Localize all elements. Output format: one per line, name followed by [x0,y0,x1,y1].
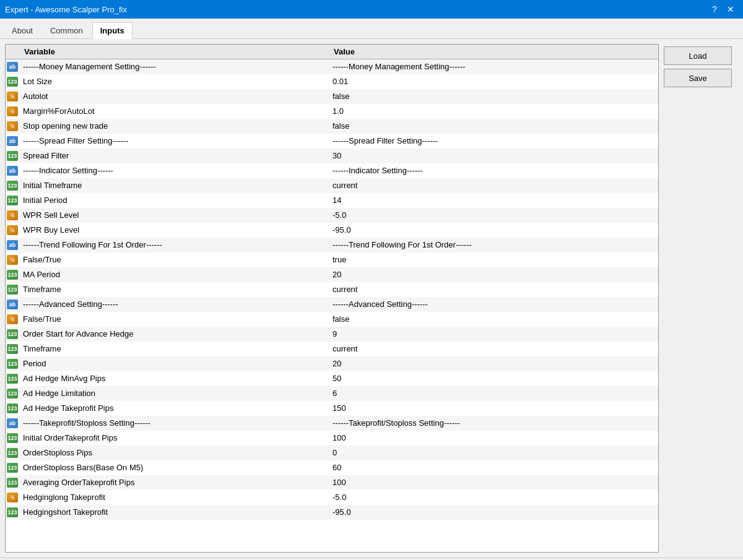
row-value[interactable]: 100 [329,431,658,446]
table-row[interactable]: ½False/Truetrue [6,252,658,267]
row-icon: ½ [6,89,19,104]
row-value[interactable]: current [329,282,658,297]
row-value[interactable]: 6 [329,386,658,401]
table-row[interactable]: ½Autolotfalse [6,89,658,104]
row-icon: 123 [6,446,19,460]
row-value[interactable]: ------Advanced Setting------ [329,297,658,312]
table-row[interactable]: ½False/Truefalse [6,312,658,327]
table-row[interactable]: ab------Spread Filter Setting-----------… [6,134,658,149]
row-value[interactable]: 150 [329,401,658,416]
row-value[interactable]: 0 [329,446,658,460]
row-variable: Period [19,356,329,371]
row-value[interactable]: true [329,252,658,267]
window-title: Expert - Awesome Scalper Pro_fix [5,5,127,14]
table-row[interactable]: ab------Trend Following For 1st Order---… [6,238,658,252]
table-row[interactable]: ab------Takeprofit/Stoploss Setting-----… [6,416,658,431]
table-row[interactable]: 123Lot Size0.01 [6,74,658,89]
row-value[interactable]: 60 [329,460,658,475]
row-icon: 123 [6,267,19,282]
row-value[interactable]: false [329,312,658,327]
table-row[interactable]: ab------Advanced Setting------------Adva… [6,297,658,312]
row-icon: 123 [6,460,19,475]
row-value[interactable]: -95.0 [329,223,658,238]
row-value[interactable]: 20 [329,356,658,371]
row-variable: Hedgingshort Takeprofit [19,505,329,520]
title-bar: Expert - Awesome Scalper Pro_fix ? ✕ [0,0,743,19]
row-value[interactable]: current [329,342,658,356]
row-variable: False/True [19,312,329,327]
tab-inputs[interactable]: Inputs [92,22,133,39]
row-icon: 123 [6,193,19,208]
row-value[interactable]: false [329,89,658,104]
row-value[interactable]: false [329,119,658,134]
table-row[interactable]: 123Ad Hedge MinAvg Pips50 [6,371,658,386]
row-icon: 123 [6,401,19,416]
row-value[interactable]: 0.01 [329,74,658,89]
table-row[interactable]: 123Hedgingshort Takeprofit-95.0 [6,505,658,520]
row-icon: 123 [6,282,19,297]
row-icon: 123 [6,342,19,356]
row-value[interactable]: 50 [329,371,658,386]
table-row[interactable]: 123OrderStoploss Pips0 [6,446,658,460]
tab-common[interactable]: Common [42,22,91,38]
row-value[interactable]: 100 [329,475,658,490]
row-value[interactable]: 9 [329,327,658,342]
col-value: Value [329,45,658,59]
table-row[interactable]: 123MA Period20 [6,267,658,282]
row-icon: 123 [6,371,19,386]
row-icon: ab [6,163,19,178]
table-row[interactable]: 123Ad Hedge Limitation6 [6,386,658,401]
table-row[interactable]: ½WPR Buy Level-95.0 [6,223,658,238]
table-row[interactable]: ab------Money Management Setting--------… [6,59,658,74]
footer: OK Cancel Reset [0,558,743,560]
row-value[interactable]: ------Indicator Setting------ [329,163,658,178]
row-variable: ------Takeprofit/Stoploss Setting------ [19,416,329,431]
table-row[interactable]: 123Initial Period14 [6,193,658,208]
row-value[interactable]: 20 [329,267,658,282]
help-button[interactable]: ? [707,2,722,17]
table-row[interactable]: 123Order Start for Advance Hedge9 [6,327,658,342]
row-value[interactable]: 14 [329,193,658,208]
row-value[interactable]: -95.0 [329,505,658,520]
row-value[interactable]: ------Trend Following For 1st Order-----… [329,238,658,252]
save-button[interactable]: Save [664,69,732,87]
row-variable: ------Money Management Setting------ [19,59,329,74]
table-row[interactable]: ½Stop opening new tradefalse [6,119,658,134]
table-row[interactable]: ½WPR Sell Level-5.0 [6,208,658,223]
table-container[interactable]: Variable Value ab------Money Management … [5,44,659,553]
row-variable: Initial Timeframe [19,178,329,193]
row-value[interactable]: 30 [329,149,658,163]
row-variable: False/True [19,252,329,267]
row-value[interactable]: -5.0 [329,208,658,223]
table-row[interactable]: 123Timeframecurrent [6,342,658,356]
row-variable: ------Indicator Setting------ [19,163,329,178]
table-row[interactable]: 123Averaging OrderTakeprofit Pips100 [6,475,658,490]
row-value[interactable]: current [329,178,658,193]
row-value[interactable]: 1.0 [329,104,658,119]
table-row[interactable]: 123Period20 [6,356,658,371]
table-row[interactable]: ½Margin%ForAutoLot1.0 [6,104,658,119]
close-button[interactable]: ✕ [723,2,738,17]
row-icon: ½ [6,223,19,238]
table-row[interactable]: 123Initial OrderTakeprofit Pips100 [6,431,658,446]
row-icon: 123 [6,386,19,401]
table-row[interactable]: 123OrderStoploss Bars(Base On M5)60 [6,460,658,475]
row-icon: ½ [6,312,19,327]
table-row[interactable]: 123Initial Timeframecurrent [6,178,658,193]
row-icon: ab [6,297,19,312]
table-row[interactable]: 123Spread Filter30 [6,149,658,163]
load-button[interactable]: Load [664,46,732,65]
row-variable: Order Start for Advance Hedge [19,327,329,342]
row-value[interactable]: -5.0 [329,490,658,505]
row-icon: 123 [6,74,19,89]
table-row[interactable]: ab------Indicator Setting------------Ind… [6,163,658,178]
row-value[interactable]: ------Spread Filter Setting------ [329,134,658,149]
table-row[interactable]: ½Hedginglong Takeprofit-5.0 [6,490,658,505]
row-value[interactable]: ------Money Management Setting------ [329,59,658,74]
row-value[interactable]: ------Takeprofit/Stoploss Setting------ [329,416,658,431]
title-bar-buttons: ? ✕ [707,2,738,17]
table-row[interactable]: 123Timeframecurrent [6,282,658,297]
table-row[interactable]: 123Ad Hedge Takeprofit Pips150 [6,401,658,416]
tab-about[interactable]: About [4,22,41,38]
row-variable: Timeframe [19,282,329,297]
